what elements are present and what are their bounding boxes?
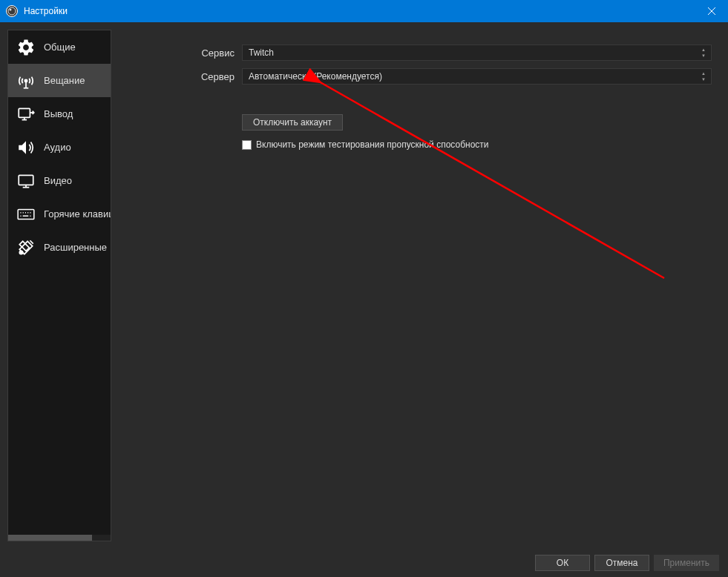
combo-spinner-icon: ▲▼ bbox=[698, 70, 709, 82]
server-label: Сервер bbox=[116, 71, 242, 82]
sidebar-item-hotkeys[interactable]: Горячие клавиши bbox=[8, 197, 111, 231]
ok-button[interactable]: ОК bbox=[535, 555, 590, 571]
sidebar-scrollbar[interactable] bbox=[8, 535, 111, 541]
sidebar: Общие Вещание Вывод Аудио Видео bbox=[7, 30, 111, 541]
svg-rect-11 bbox=[19, 175, 33, 185]
video-icon bbox=[16, 171, 36, 191]
close-button[interactable] bbox=[695, 0, 728, 22]
bandwidth-test-label: Включить режим тестирования пропускной с… bbox=[256, 139, 489, 150]
sidebar-item-general[interactable]: Общие bbox=[8, 30, 111, 64]
output-icon bbox=[16, 104, 36, 125]
content-pane: Сервис Twitch ▲▼ Сервер Автоматически (Р… bbox=[116, 30, 721, 541]
window-title: Настройки bbox=[24, 6, 695, 16]
tools-icon bbox=[16, 237, 36, 258]
sidebar-item-label: Горячие клавиши bbox=[44, 208, 111, 220]
sidebar-item-audio[interactable]: Аудио bbox=[8, 131, 111, 164]
titlebar: Настройки bbox=[0, 0, 728, 22]
service-combo[interactable]: Twitch ▲▼ bbox=[242, 44, 712, 61]
server-combo[interactable]: Автоматически (Рекомендуется) ▲▼ bbox=[242, 68, 712, 85]
obs-logo-icon bbox=[6, 5, 18, 17]
sidebar-item-label: Видео bbox=[44, 175, 72, 186]
disconnect-account-button[interactable]: Отключить аккаунт bbox=[242, 114, 343, 131]
sidebar-item-advanced[interactable]: Расширенные bbox=[8, 231, 111, 264]
svg-point-2 bbox=[10, 9, 12, 11]
sidebar-item-stream[interactable]: Вещание bbox=[8, 64, 111, 97]
bandwidth-test-checkbox[interactable] bbox=[242, 140, 252, 150]
audio-icon bbox=[16, 137, 36, 158]
service-label: Сервис bbox=[116, 47, 242, 59]
svg-point-23 bbox=[19, 251, 22, 254]
svg-rect-14 bbox=[18, 209, 34, 219]
svg-rect-8 bbox=[19, 108, 30, 117]
server-combo-value: Автоматически (Рекомендуется) bbox=[249, 71, 382, 82]
apply-button: Применить bbox=[654, 555, 719, 571]
sidebar-item-video[interactable]: Видео bbox=[8, 164, 111, 197]
sidebar-item-label: Аудио bbox=[44, 142, 71, 153]
cancel-button[interactable]: Отмена bbox=[594, 555, 649, 571]
keyboard-icon bbox=[16, 204, 36, 225]
gear-icon bbox=[16, 37, 36, 58]
service-combo-value: Twitch bbox=[249, 47, 274, 58]
sidebar-item-label: Общие bbox=[44, 42, 76, 53]
scrollbar-thumb[interactable] bbox=[8, 535, 92, 541]
footer: ОК Отмена Применить bbox=[0, 549, 728, 577]
sidebar-item-output[interactable]: Вывод bbox=[8, 97, 111, 131]
combo-spinner-icon: ▲▼ bbox=[698, 47, 709, 59]
sidebar-item-label: Вещание bbox=[44, 75, 85, 86]
antenna-icon bbox=[16, 70, 36, 91]
sidebar-item-label: Расширенные bbox=[44, 242, 107, 253]
sidebar-item-label: Вывод bbox=[44, 108, 73, 119]
